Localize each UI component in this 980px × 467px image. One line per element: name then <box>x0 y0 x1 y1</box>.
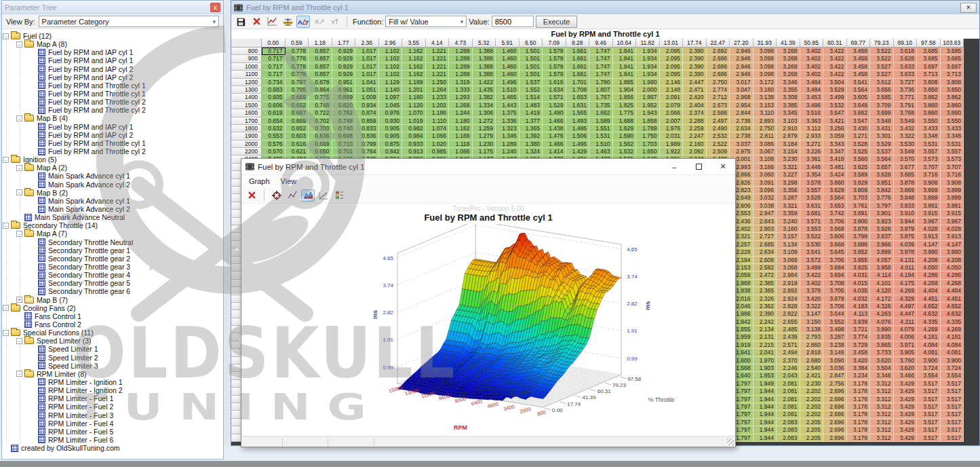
table-cell[interactable]: 3.967 <box>917 218 941 225</box>
table-cell[interactable]: 1.460 <box>496 48 520 55</box>
table-cell[interactable]: 1.365 <box>520 125 543 132</box>
table-cell[interactable]: 2.439 <box>777 333 800 341</box>
table-cell[interactable]: 3.504 <box>870 365 894 372</box>
table-cell[interactable]: 2.696 <box>823 426 847 434</box>
table-cell[interactable]: 3.681 <box>800 210 824 217</box>
table-cell[interactable]: 3.549 <box>894 148 918 155</box>
table-cell[interactable]: 3.522 <box>870 55 894 62</box>
table-cell[interactable]: 3.835 <box>870 333 894 341</box>
table-cell[interactable]: 3.706 <box>823 218 847 225</box>
table-cell[interactable]: 3.157 <box>777 233 800 240</box>
table-cell[interactable]: 1.853 <box>753 372 777 379</box>
row-header[interactable]: 1100 <box>231 71 262 78</box>
table-cell[interactable]: 1.537 <box>520 79 543 86</box>
menu-graph[interactable]: Graph <box>244 177 275 185</box>
table-cell[interactable]: 1.066 <box>426 132 450 140</box>
table-cell[interactable]: 2.582 <box>753 264 777 272</box>
table-cell[interactable]: 2.844 <box>730 109 753 117</box>
table-cell[interactable]: 4.011 <box>894 264 918 272</box>
table-cell[interactable]: 3.944 <box>894 218 918 225</box>
row-header[interactable]: 900 <box>231 55 262 62</box>
table-cell[interactable]: 1.306 <box>473 109 496 117</box>
table-cell[interactable]: 1.380 <box>520 141 543 148</box>
table-cell[interactable]: 3.359 <box>777 210 800 217</box>
table-cell[interactable]: 1.944 <box>753 411 777 418</box>
table-cell[interactable]: 2.793 <box>800 333 824 341</box>
table-cell[interactable]: 3.891 <box>847 210 871 217</box>
table-cell[interactable]: 2.879 <box>777 132 800 140</box>
table-cell[interactable]: 1.634 <box>543 86 566 94</box>
table-cell[interactable]: 3.312 <box>870 411 894 418</box>
table-cell[interactable]: 3.484 <box>800 79 824 86</box>
row-header[interactable]: 2000 <box>231 141 262 148</box>
table-cell[interactable]: 0.748 <box>332 117 356 125</box>
tree-item[interactable]: Secondary Throttle gear 1 <box>2 246 223 255</box>
column-header[interactable]: 4.14 <box>426 39 450 48</box>
table-cell[interactable]: 4.172 <box>870 295 894 303</box>
table-cell[interactable]: 3.716 <box>917 171 941 179</box>
table-cell[interactable]: 3.527 <box>870 63 894 71</box>
table-cell[interactable]: 4.326 <box>870 303 894 310</box>
table-cell[interactable]: 1.460 <box>496 55 520 62</box>
table-cell[interactable]: 3.227 <box>777 171 800 179</box>
table-cell[interactable]: 1.841 <box>613 71 637 78</box>
table-cell[interactable]: 3.431 <box>870 125 894 132</box>
table-cell[interactable]: 3.578 <box>800 179 824 187</box>
table-cell[interactable]: 0.842 <box>379 148 403 155</box>
table-cell[interactable]: 1.506 <box>566 132 590 140</box>
table-cell[interactable]: 0.616 <box>286 141 309 148</box>
table-cell[interactable]: 4.039 <box>894 241 918 248</box>
table-cell[interactable]: 3.354 <box>800 171 824 179</box>
table-cell[interactable]: 4.632 <box>917 310 941 318</box>
table-cell[interactable]: 1.017 <box>355 55 379 62</box>
table-cell[interactable]: 3.761 <box>847 202 871 210</box>
tree-item[interactable]: Secondary Throttle gear 3 <box>2 263 223 271</box>
table-cell[interactable]: 3.517 <box>917 403 941 411</box>
table-cell[interactable]: 1.323 <box>496 125 520 132</box>
table-cell[interactable]: 2.696 <box>823 388 847 395</box>
table-cell[interactable]: 3.385 <box>777 102 800 109</box>
table-cell[interactable]: 3.178 <box>847 434 871 442</box>
table-cell[interactable]: 3.017 <box>730 79 753 86</box>
table-cell[interactable]: 4.451 <box>941 295 964 303</box>
table-cell[interactable]: 3.925 <box>847 264 871 272</box>
table-cell[interactable]: 2.390 <box>683 48 707 55</box>
tree-item[interactable]: Speed Limiter 1 <box>2 345 223 353</box>
table-cell[interactable]: 3.112 <box>800 125 824 132</box>
row-header[interactable]: 1000 <box>231 63 262 71</box>
table-cell[interactable]: 3.685 <box>870 94 894 101</box>
table-cell[interactable]: 1.747 <box>589 48 613 55</box>
table-cell[interactable]: 1.501 <box>520 48 543 55</box>
collapse-icon[interactable]: - <box>16 165 22 171</box>
table-cell[interactable]: 3.402 <box>800 71 824 78</box>
tree-item[interactable]: created by OldSkullTuning.com <box>2 444 223 452</box>
table-cell[interactable]: 3.517 <box>941 419 964 426</box>
table-cell[interactable]: 3.899 <box>917 194 941 202</box>
table-cell[interactable]: 4.120 <box>870 287 894 295</box>
table-cell[interactable]: 1.825 <box>613 102 637 109</box>
table-cell[interactable]: 1.429 <box>566 148 590 155</box>
slope-icon[interactable] <box>317 189 330 202</box>
table-cell[interactable]: 1.333 <box>449 86 473 94</box>
table-cell[interactable]: 2.738 <box>730 117 753 125</box>
table-cell[interactable]: 2.447 <box>683 79 707 86</box>
table-cell[interactable]: 3.312 <box>870 419 894 426</box>
table-cell[interactable]: 2.390 <box>683 71 707 78</box>
table-cell[interactable]: 3.172 <box>753 79 777 86</box>
tree-item[interactable]: -RPM Limiter (8) <box>2 370 223 378</box>
table-cell[interactable]: 1.980 <box>636 79 660 86</box>
table-cell[interactable]: 3.466 <box>894 372 918 379</box>
table-cell[interactable]: 2.081 <box>777 403 800 411</box>
column-header[interactable]: 60.31 <box>823 39 847 48</box>
table-cell[interactable]: 3.346 <box>777 79 800 86</box>
table-cell[interactable]: 0.836 <box>355 132 379 140</box>
table-cell[interactable]: 3.537 <box>870 148 894 155</box>
table-cell[interactable]: 4.101 <box>870 280 894 287</box>
table-cell[interactable]: 3.860 <box>941 102 964 109</box>
table-cell[interactable]: 0.683 <box>262 86 286 94</box>
table-cell[interactable]: 3.724 <box>917 365 941 372</box>
table-cell[interactable]: 3.631 <box>800 202 824 210</box>
table-cell[interactable]: 0.669 <box>286 117 309 125</box>
table-cell[interactable]: 2.750 <box>707 79 730 86</box>
table-cell[interactable]: 1.118 <box>449 141 473 148</box>
